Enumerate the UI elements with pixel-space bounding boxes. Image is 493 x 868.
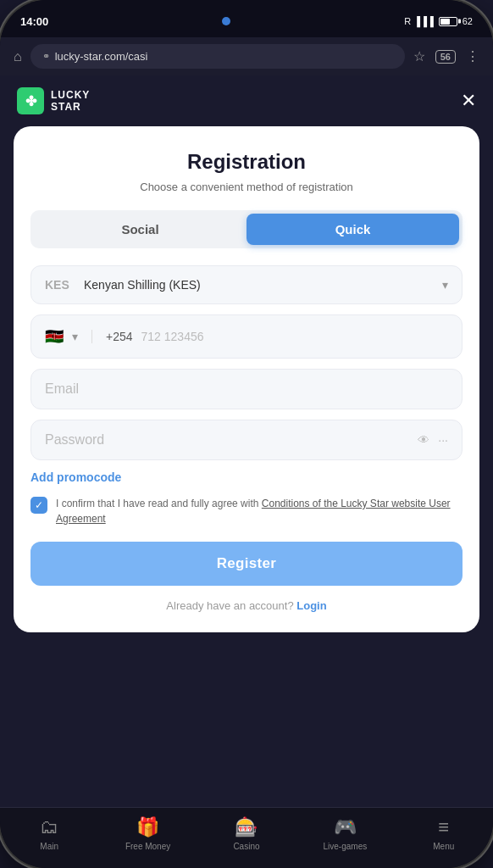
registration-title: Registration bbox=[30, 150, 463, 174]
eye-icon[interactable]: 👁 bbox=[418, 433, 429, 447]
registration-subtitle: Choose a convenient method of registrati… bbox=[30, 181, 463, 193]
terms-checkbox-row: ✓ I confirm that I have read and fully a… bbox=[30, 496, 463, 526]
nav-item-free-money[interactable]: 🎁 Free Money bbox=[123, 816, 174, 851]
battery-percent: 62 bbox=[463, 16, 473, 26]
phone-input[interactable]: 712 123456 bbox=[141, 330, 204, 343]
logo-symbol: ✤ bbox=[25, 93, 36, 109]
nav-label-1: Free Money bbox=[125, 842, 170, 851]
nav-item-live-games[interactable]: 🎮 Live-games bbox=[319, 816, 370, 851]
signal-icons: R ▐▐▐ bbox=[404, 16, 433, 26]
password-field[interactable]: Password 👁 ··· bbox=[30, 420, 463, 460]
tab-social[interactable]: Social bbox=[34, 214, 246, 245]
terms-text: I confirm that I have read and fully agr… bbox=[56, 496, 463, 526]
url-bar[interactable]: ⚭ lucky-star.com/casi bbox=[30, 44, 405, 69]
nav-label-2: Casino bbox=[233, 842, 259, 851]
nav-icon-3: 🎮 bbox=[334, 816, 357, 838]
registration-card: Registration Choose a convenient method … bbox=[14, 126, 479, 632]
phone-prefix: +254 bbox=[106, 330, 133, 343]
nav-icon-4: ≡ bbox=[438, 816, 449, 838]
bottom-nav: 🗂 Main 🎁 Free Money 🎰 Casino 🎮 Live-game… bbox=[0, 807, 493, 868]
email-field[interactable]: Email bbox=[30, 369, 463, 409]
nav-icon-0: 🗂 bbox=[40, 816, 58, 838]
nav-label-0: Main bbox=[40, 842, 58, 851]
register-button[interactable]: Register bbox=[30, 542, 463, 586]
home-icon[interactable]: ⌂ bbox=[14, 49, 22, 64]
browser-actions: ☆ 56 ⋮ bbox=[413, 48, 479, 64]
password-options-icon[interactable]: ··· bbox=[438, 433, 448, 447]
add-promocode-link[interactable]: Add promocode bbox=[30, 470, 463, 484]
bookmark-icon[interactable]: ☆ bbox=[413, 48, 425, 64]
phone-field[interactable]: 🇰🇪 ▾ +254 712 123456 bbox=[30, 314, 463, 359]
terms-checkbox[interactable]: ✓ bbox=[30, 497, 47, 514]
status-right-icons: R ▐▐▐ 62 bbox=[404, 16, 473, 26]
main-content: ✤ LUCKY STAR ✕ Registration Choose a con… bbox=[0, 75, 493, 807]
tabs-count[interactable]: 56 bbox=[435, 50, 456, 64]
nav-item-menu[interactable]: ≡ Menu bbox=[418, 816, 469, 851]
currency-label: Kenyan Shilling (KES) bbox=[84, 278, 434, 292]
check-icon: ✓ bbox=[35, 499, 43, 511]
close-button[interactable]: ✕ bbox=[461, 92, 476, 110]
nav-label-4: Menu bbox=[433, 842, 454, 851]
field-divider bbox=[91, 330, 92, 343]
status-dot bbox=[222, 17, 230, 25]
login-row: Already have an account? Login bbox=[30, 599, 463, 612]
site-header: ✤ LUCKY STAR ✕ bbox=[0, 75, 493, 126]
logo-text: LUCKY STAR bbox=[51, 89, 90, 114]
nav-item-main[interactable]: 🗂 Main bbox=[24, 816, 75, 851]
phone-frame: 14:00 R ▐▐▐ 62 ⌂ ⚭ lucky-star.com/casi ☆… bbox=[0, 0, 493, 868]
url-text: lucky-star.com/casi bbox=[55, 50, 393, 63]
country-chevron-icon: ▾ bbox=[72, 330, 78, 343]
login-prompt: Already have an account? bbox=[166, 599, 293, 612]
status-time: 14:00 bbox=[20, 15, 48, 28]
lock-icon: ⚭ bbox=[42, 51, 50, 62]
status-bar: 14:00 R ▐▐▐ 62 bbox=[0, 0, 493, 37]
tab-quick[interactable]: Quick bbox=[246, 214, 459, 245]
browser-bar: ⌂ ⚭ lucky-star.com/casi ☆ 56 ⋮ bbox=[0, 37, 493, 75]
nav-item-casino[interactable]: 🎰 Casino bbox=[221, 816, 272, 851]
password-placeholder: Password bbox=[45, 432, 409, 448]
nav-icon-1: 🎁 bbox=[136, 816, 159, 838]
email-placeholder: Email bbox=[45, 381, 79, 397]
currency-selector[interactable]: KES Kenyan Shilling (KES) ▾ bbox=[30, 265, 463, 304]
flag-kenya-icon: 🇰🇪 bbox=[45, 327, 64, 346]
logo-icon: ✤ bbox=[17, 87, 44, 114]
chevron-down-icon: ▾ bbox=[442, 278, 448, 292]
login-link[interactable]: Login bbox=[296, 599, 326, 612]
nav-label-3: Live-games bbox=[324, 842, 368, 851]
battery-icon bbox=[439, 17, 457, 26]
more-icon[interactable]: ⋮ bbox=[466, 48, 479, 64]
logo: ✤ LUCKY STAR bbox=[17, 87, 90, 114]
bottom-spacer bbox=[0, 632, 493, 807]
tab-container: Social Quick bbox=[30, 210, 463, 248]
nav-icon-2: 🎰 bbox=[235, 816, 258, 838]
currency-code: KES bbox=[45, 278, 75, 292]
